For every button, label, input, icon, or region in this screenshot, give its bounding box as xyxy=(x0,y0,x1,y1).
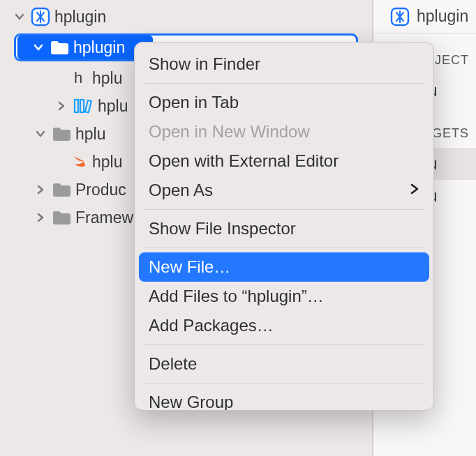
editor-title: hplugin xyxy=(417,7,468,26)
menu-open-as[interactable]: Open As xyxy=(135,176,433,205)
menu-new-group[interactable]: New Group xyxy=(135,388,433,411)
tree-label: hplu xyxy=(98,97,128,116)
menu-separator xyxy=(144,83,424,84)
tree-label: hplu xyxy=(92,153,122,172)
chevron-down-icon[interactable] xyxy=(13,11,27,22)
folder-icon xyxy=(50,40,69,55)
app-icon xyxy=(390,7,410,26)
editor-header: hplugin xyxy=(373,0,476,33)
chevron-right-icon[interactable] xyxy=(54,100,68,112)
menu-separator xyxy=(144,344,424,345)
menu-show-file-inspector[interactable]: Show File Inspector xyxy=(135,214,433,243)
chevron-right-icon[interactable] xyxy=(34,184,47,195)
svg-rect-4 xyxy=(85,100,91,113)
svg-rect-2 xyxy=(75,100,78,112)
menu-open-in-new-window: Open in New Window xyxy=(135,117,433,146)
folder-gray-icon xyxy=(52,210,71,225)
swift-file-icon xyxy=(70,153,88,171)
menu-separator xyxy=(144,383,424,383)
folder-gray-icon xyxy=(52,126,71,142)
menu-delete[interactable]: Delete xyxy=(135,349,433,379)
tree-label: Produc xyxy=(75,181,126,199)
chevron-down-icon[interactable] xyxy=(31,42,45,53)
menu-show-in-finder[interactable]: Show in Finder xyxy=(135,50,433,79)
menu-open-in-tab[interactable]: Open in Tab xyxy=(135,88,433,117)
tree-label: Framew xyxy=(75,208,133,227)
tree-label: hplu xyxy=(92,69,122,88)
menu-separator xyxy=(144,209,424,210)
menu-add-files[interactable]: Add Files to “hplugin”… xyxy=(135,282,433,311)
menu-new-file[interactable]: New File… xyxy=(139,252,429,282)
header-file-icon: h xyxy=(70,69,88,87)
library-icon xyxy=(73,98,94,114)
chevron-down-icon[interactable] xyxy=(34,128,47,139)
tree-label: hplu xyxy=(75,125,105,144)
tree-label: hplugin xyxy=(54,8,106,26)
chevron-right-icon xyxy=(410,181,419,199)
menu-separator xyxy=(144,248,424,248)
menu-open-external[interactable]: Open with External Editor xyxy=(135,146,433,176)
app-icon xyxy=(31,7,50,26)
svg-rect-3 xyxy=(80,100,84,112)
folder-gray-icon xyxy=(52,182,71,197)
context-menu: Show in Finder Open in Tab Open in New W… xyxy=(134,42,434,411)
chevron-right-icon[interactable] xyxy=(34,212,47,223)
tree-row-project[interactable]: hplugin xyxy=(0,3,372,31)
tree-label: hplugin xyxy=(73,38,125,57)
svg-text:h: h xyxy=(74,69,82,86)
menu-add-packages[interactable]: Add Packages… xyxy=(135,311,433,340)
